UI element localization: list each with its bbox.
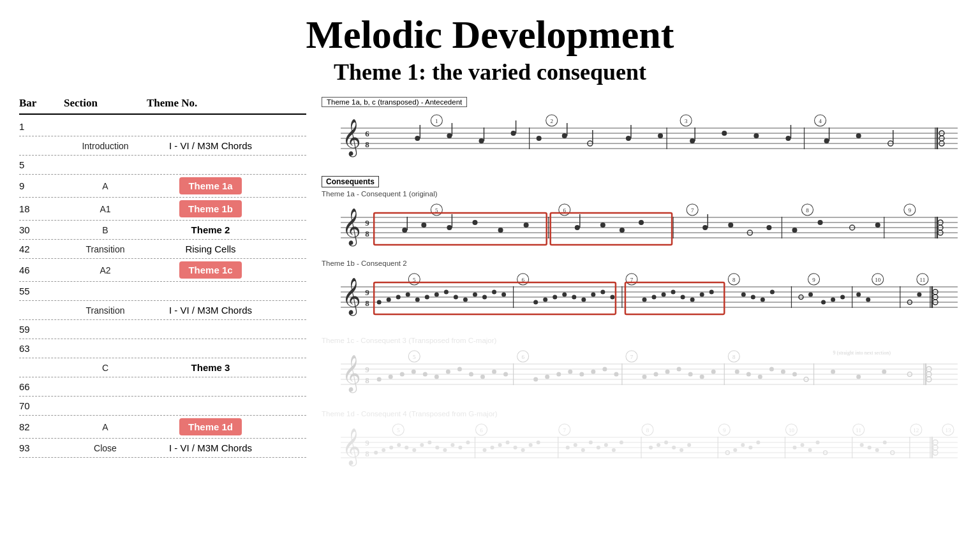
svg-point-79 <box>600 222 605 228</box>
svg-text:9: 9 <box>365 218 369 228</box>
svg-text:10: 10 <box>789 427 795 434</box>
svg-point-312 <box>741 443 745 447</box>
svg-point-80 <box>620 228 625 233</box>
svg-point-140 <box>553 295 557 300</box>
svg-point-151 <box>681 295 685 300</box>
svg-point-34 <box>722 131 727 136</box>
svg-point-286 <box>491 446 494 449</box>
table-row-theme1c: 46 A2 Theme 1c <box>19 259 306 282</box>
badge-theme1d: Theme 1d <box>179 418 242 435</box>
svg-point-233 <box>792 372 797 377</box>
svg-point-127 <box>406 293 410 297</box>
svg-point-91 <box>792 228 797 233</box>
svg-point-299 <box>604 443 608 447</box>
svg-point-325 <box>883 441 887 444</box>
svg-point-198 <box>377 377 382 382</box>
table-row: 59 <box>19 320 306 339</box>
svg-point-211 <box>545 375 549 379</box>
svg-text:8: 8 <box>365 140 369 149</box>
svg-point-307 <box>679 448 683 452</box>
svg-point-24 <box>537 136 542 141</box>
svg-point-224 <box>711 370 716 374</box>
svg-text:8: 8 <box>646 427 650 434</box>
consequent4-staff: 𝄞 9 8 5 6 7 8 9 10 11 <box>322 418 961 476</box>
svg-text:9: 9 <box>365 365 369 374</box>
svg-point-298 <box>597 446 600 449</box>
svg-point-282 <box>458 446 462 449</box>
svg-rect-171 <box>625 282 724 314</box>
svg-text:1: 1 <box>435 118 438 124</box>
svg-point-228 <box>735 370 739 374</box>
svg-text:𝄞: 𝄞 <box>342 208 361 247</box>
header-theme: Theme No. <box>147 97 274 110</box>
sub-title: Theme 1: the varied consequent <box>19 59 961 85</box>
svg-text:6: 6 <box>480 427 483 434</box>
svg-point-276 <box>412 448 416 452</box>
svg-point-236 <box>856 375 861 379</box>
svg-point-129 <box>425 295 429 300</box>
svg-text:9: 9 <box>365 438 369 448</box>
svg-point-274 <box>397 443 401 447</box>
svg-text:𝄞: 𝄞 <box>342 119 361 157</box>
svg-point-292 <box>537 441 540 444</box>
svg-text:13: 13 <box>945 427 951 434</box>
badge-theme1a: Theme 1a <box>179 177 241 194</box>
svg-text:5: 5 <box>413 354 416 360</box>
svg-point-138 <box>533 300 538 305</box>
svg-point-124 <box>377 300 382 305</box>
svg-text:12: 12 <box>913 427 919 434</box>
svg-point-86 <box>702 225 708 230</box>
svg-point-214 <box>579 372 584 377</box>
svg-text:8: 8 <box>732 354 736 360</box>
svg-point-137 <box>501 293 506 297</box>
svg-point-126 <box>396 295 401 300</box>
svg-point-277 <box>420 443 424 447</box>
svg-point-283 <box>466 441 470 444</box>
header-section: Section <box>64 97 147 110</box>
svg-point-318 <box>808 448 812 452</box>
svg-point-146 <box>610 295 614 300</box>
svg-point-303 <box>649 446 653 449</box>
svg-point-213 <box>568 370 572 374</box>
svg-point-319 <box>816 441 820 444</box>
structure-table: Bar Section Theme No. 1 Introduction I -… <box>19 97 306 458</box>
svg-point-92 <box>818 220 823 225</box>
svg-point-222 <box>688 372 693 377</box>
svg-rect-170 <box>374 282 616 314</box>
svg-text:8: 8 <box>732 277 736 283</box>
svg-point-311 <box>733 448 737 452</box>
svg-point-304 <box>657 443 660 447</box>
svg-text:3: 3 <box>685 118 688 124</box>
svg-point-217 <box>614 372 618 377</box>
svg-point-167 <box>821 300 826 305</box>
svg-point-314 <box>756 441 760 444</box>
svg-point-273 <box>389 446 393 449</box>
table-row: 1 <box>19 117 306 136</box>
svg-point-76 <box>524 222 529 228</box>
consequent1-section: Theme 1a - Consequent 1 (original) <box>322 190 961 258</box>
svg-text:9: 9 <box>365 288 369 297</box>
svg-text:10: 10 <box>875 277 881 283</box>
svg-point-168 <box>831 298 835 302</box>
table-row: 55 <box>19 282 306 301</box>
svg-point-203 <box>434 375 439 379</box>
table-row-theme1d: 82 A Theme 1d <box>19 416 306 439</box>
svg-point-125 <box>387 298 391 302</box>
table-row-theme1a: 9 A Theme 1a <box>19 175 306 198</box>
consequent1-label: Theme 1a - Consequent 1 (original) <box>322 190 961 198</box>
svg-text:𝄞: 𝄞 <box>342 278 361 316</box>
table-row-theme1b: 18 A1 Theme 1b <box>19 198 306 221</box>
svg-point-210 <box>533 377 538 382</box>
svg-point-131 <box>444 290 449 295</box>
svg-point-205 <box>457 367 462 372</box>
svg-text:11: 11 <box>856 427 861 434</box>
svg-point-35 <box>754 133 759 138</box>
table-row: 70 <box>19 397 306 416</box>
consequents-section: Consequents Theme 1a - Consequent 1 (ori… <box>322 175 961 328</box>
svg-point-32 <box>690 138 695 143</box>
consequent4-label: Theme 1d - Consequent 4 (Transposed from… <box>322 410 961 418</box>
svg-point-206 <box>469 372 473 377</box>
page: Melodic Development Theme 1: the varied … <box>0 0 980 547</box>
svg-point-162 <box>751 295 755 300</box>
svg-point-238 <box>882 370 886 374</box>
